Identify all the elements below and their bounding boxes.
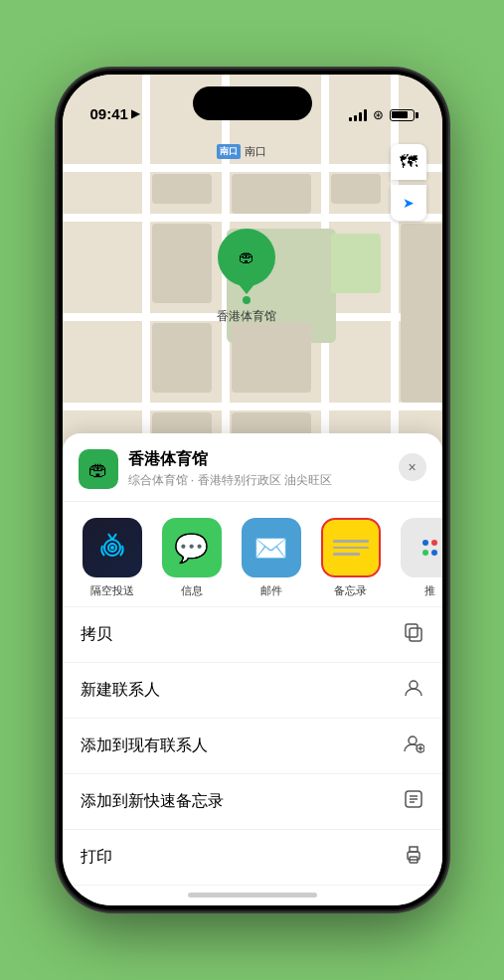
- signal-bars: [349, 109, 367, 121]
- road-h4: [63, 403, 442, 410]
- stadium-dot: [243, 296, 251, 304]
- more-dot-green: [422, 550, 428, 556]
- mail-icon-emoji: ✉️: [253, 532, 288, 565]
- close-button[interactable]: ×: [399, 453, 426, 481]
- close-icon: ×: [408, 459, 416, 475]
- map-green-1: [331, 234, 381, 293]
- battery-fill: [392, 111, 408, 118]
- share-item-notes[interactable]: 备忘录: [317, 518, 385, 598]
- location-button-icon: ➤: [403, 195, 415, 211]
- road-h2: [63, 214, 442, 222]
- menu-item-print-text: 打印: [81, 847, 112, 868]
- battery-icon: [390, 109, 415, 121]
- more-dot-blue-1: [422, 540, 428, 546]
- wifi-icon: ⊛: [373, 107, 384, 122]
- notes-label: 备忘录: [334, 583, 367, 598]
- status-right: ⊛: [349, 107, 415, 122]
- pin-label: 香港体育馆: [217, 308, 276, 325]
- map-block-9: [401, 224, 442, 403]
- notes-lines: [333, 540, 369, 556]
- svg-point-8: [409, 736, 417, 744]
- home-indicator: [188, 893, 317, 898]
- stadium-pin: 🏟 香港体育馆: [217, 229, 276, 325]
- print-svg: [403, 844, 424, 866]
- menu-item-add-existing-text: 添加到现有联系人: [81, 735, 208, 756]
- share-item-message[interactable]: 💬 信息: [158, 518, 226, 598]
- more-dots-container: [422, 540, 437, 556]
- share-row: 隔空投送 💬 信息 ✉️ 邮件: [63, 502, 442, 606]
- add-existing-svg: [403, 733, 424, 754]
- menu-item-print[interactable]: 打印: [63, 829, 442, 886]
- airdrop-icon: [83, 518, 142, 577]
- new-contact-svg: [403, 677, 424, 699]
- quick-note-icon: [403, 788, 424, 815]
- svg-rect-17: [410, 847, 418, 852]
- signal-bar-4: [364, 109, 367, 121]
- copy-svg: [403, 621, 424, 643]
- svg-point-4: [110, 546, 114, 550]
- road-v4: [391, 75, 399, 492]
- message-icon: 💬: [162, 518, 222, 577]
- notes-line-1: [333, 540, 369, 543]
- map-block-5: [232, 323, 311, 393]
- phone-screen: 09:41 ▶ ⊛: [63, 75, 442, 905]
- map-block-3: [152, 224, 212, 303]
- mail-label: 邮件: [260, 583, 282, 598]
- venue-name: 香港体育馆: [128, 449, 332, 470]
- menu-item-copy[interactable]: 拷贝: [63, 606, 442, 662]
- notes-line-2: [333, 547, 369, 550]
- add-existing-icon: [403, 733, 424, 759]
- menu-item-quick-note[interactable]: 添加到新快速备忘录: [63, 773, 442, 829]
- pin-stadium-icon: 🏟: [239, 248, 254, 266]
- signal-bar-2: [354, 115, 357, 121]
- map-type-icon: 🗺: [400, 152, 418, 173]
- more-icon: [401, 518, 442, 577]
- venue-header: 🏟 香港体育馆 综合体育馆 · 香港特别行政区 油尖旺区 ×: [63, 433, 442, 502]
- share-item-mail[interactable]: ✉️ 邮件: [238, 518, 305, 598]
- share-item-airdrop[interactable]: 隔空投送: [79, 518, 146, 598]
- more-label: 推: [424, 583, 435, 598]
- message-icon-emoji: 💬: [174, 532, 209, 565]
- venue-icon: 🏟: [79, 449, 118, 489]
- time-display: 09:41: [90, 105, 128, 122]
- print-icon: [403, 844, 424, 871]
- airdrop-label: 隔空投送: [90, 583, 134, 598]
- menu-item-quick-note-text: 添加到新快速备忘录: [81, 791, 224, 812]
- message-label: 信息: [181, 583, 203, 598]
- location-button[interactable]: ➤: [391, 185, 426, 221]
- map-block-1: [152, 174, 212, 204]
- bottom-sheet: 🏟 香港体育馆 综合体育馆 · 香港特别行政区 油尖旺区 ×: [63, 433, 442, 905]
- menu-item-add-existing[interactable]: 添加到现有联系人: [63, 718, 442, 773]
- road-h1: [63, 164, 442, 172]
- south-gate-badge: 南口: [217, 144, 241, 159]
- map-block-2: [232, 174, 311, 214]
- map-block-8: [331, 174, 381, 204]
- more-dots-row-2: [422, 550, 437, 556]
- more-dots-row-1: [422, 540, 437, 546]
- svg-rect-6: [406, 624, 418, 637]
- map-type-button[interactable]: 🗺: [391, 144, 426, 180]
- venue-subtitle: 综合体育馆 · 香港特别行政区 油尖旺区: [128, 472, 332, 489]
- phone-frame: 09:41 ▶ ⊛: [59, 71, 446, 909]
- notes-line-3: [333, 553, 360, 556]
- more-dot-blue-2: [431, 550, 437, 556]
- map-area[interactable]: 南口 南口 🗺 ➤ 🏟 香港体育馆: [63, 75, 442, 492]
- new-contact-icon: [403, 677, 424, 704]
- map-controls: 🗺 ➤: [391, 144, 426, 221]
- svg-rect-5: [410, 628, 421, 641]
- signal-bar-3: [359, 112, 362, 121]
- south-gate-text: 南口: [245, 144, 266, 159]
- copy-icon: [403, 621, 424, 648]
- road-v1: [142, 75, 150, 492]
- mail-icon: ✉️: [242, 518, 301, 577]
- venue-info: 香港体育馆 综合体育馆 · 香港特别行政区 油尖旺区: [128, 449, 332, 489]
- venue-icon-emoji: 🏟: [88, 458, 108, 481]
- share-item-more[interactable]: 推: [397, 518, 442, 598]
- menu-item-new-contact[interactable]: 新建联系人: [63, 662, 442, 718]
- more-dot-red: [431, 540, 437, 546]
- menu-item-copy-text: 拷贝: [81, 624, 112, 645]
- notes-icon: [321, 518, 381, 577]
- menu-item-new-contact-text: 新建联系人: [81, 680, 160, 701]
- south-gate-label: 南口 南口: [217, 144, 266, 159]
- quick-note-svg: [403, 788, 424, 810]
